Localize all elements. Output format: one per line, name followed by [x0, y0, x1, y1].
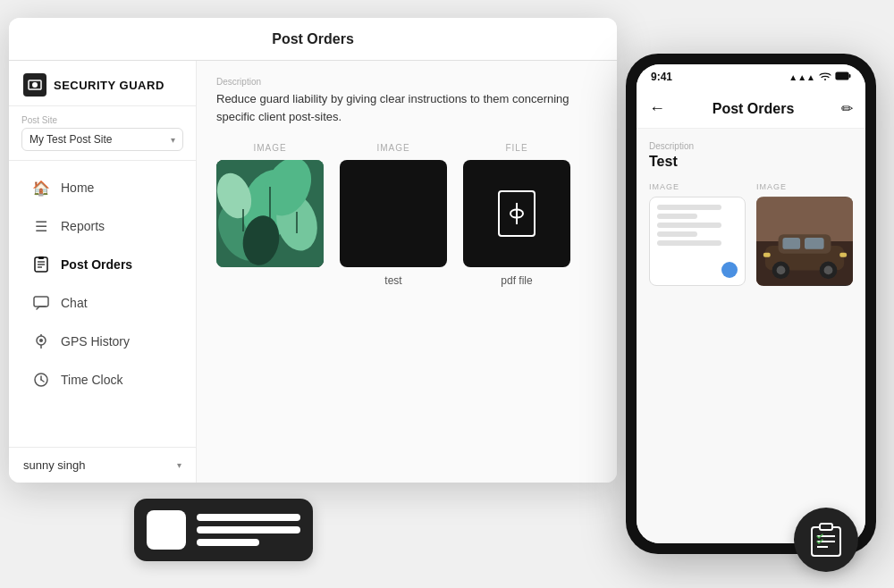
attachment-type-label-1: IMAGE	[253, 143, 286, 153]
user-name: sunny singh	[23, 458, 85, 472]
sidebar-item-post-orders[interactable]: Post Orders	[16, 246, 189, 283]
status-time: 9:41	[651, 71, 672, 83]
reports-icon: ☰	[32, 217, 50, 235]
leaves-image	[216, 160, 324, 267]
mobile-thumb-car[interactable]	[756, 197, 853, 286]
sidebar-item-home-label: Home	[61, 181, 94, 195]
wifi-icon	[819, 71, 831, 82]
doc-line-3	[657, 223, 721, 228]
sidebar-nav: 🏠 Home ☰ Reports	[9, 161, 196, 447]
sidebar-item-reports[interactable]: ☰ Reports	[16, 207, 189, 245]
attachment-name-2: test	[384, 274, 401, 287]
attachment-item-1: IMAGE	[216, 143, 324, 287]
mobile-attachment-2: IMAGE	[756, 182, 853, 286]
attachment-item-2: IMAGE test	[340, 143, 447, 287]
svg-rect-7	[34, 297, 48, 307]
attachment-thumb-2[interactable]	[340, 160, 447, 267]
desktop-app-window: Post Orders SECURITY GUARD Post Site My …	[9, 18, 617, 483]
svg-point-27	[824, 79, 826, 80]
signal-icon: ▲▲▲	[789, 72, 815, 82]
description-label: Description	[216, 77, 597, 87]
attachment-type-label-3: FILE	[505, 143, 527, 153]
clipboard-icon-circle	[794, 508, 858, 572]
chat-icon	[32, 294, 50, 312]
post-orders-icon	[32, 256, 50, 273]
file-icon	[463, 160, 570, 267]
logo-icon	[23, 73, 46, 97]
sidebar-item-time-clock[interactable]: Time Clock	[16, 361, 189, 399]
post-site-value: My Test Post Site	[30, 133, 112, 146]
mobile-body: Description Test IMAGE	[637, 129, 865, 543]
card-lines	[197, 514, 300, 546]
mobile-screen: 9:41 ▲▲▲ ←	[637, 64, 865, 543]
mobile-attachment-1: IMAGE	[649, 182, 746, 286]
sidebar-logo: SECURITY GUARD	[9, 61, 196, 106]
black-image	[340, 160, 447, 267]
sidebar-item-home[interactable]: 🏠 Home	[16, 169, 189, 206]
sidebar: SECURITY GUARD Post Site My Test Post Si…	[9, 61, 197, 483]
logo-text: SECURITY GUARD	[54, 79, 164, 92]
svg-point-39	[824, 265, 833, 274]
card-line-full-2	[197, 526, 300, 533]
attachments-grid: IMAGE	[216, 143, 597, 287]
window-title: Post Orders	[272, 31, 354, 47]
sidebar-item-gps-history[interactable]: GPS History	[16, 323, 189, 360]
doc-line-5	[657, 240, 721, 246]
attachment-thumb-1[interactable]	[216, 160, 324, 267]
svg-rect-35	[805, 238, 824, 249]
battery-icon	[835, 71, 851, 82]
svg-point-9	[39, 339, 43, 342]
attachment-item-3: FILE pdf file	[463, 143, 570, 287]
window-titlebar: Post Orders	[9, 18, 617, 61]
window-body: SECURITY GUARD Post Site My Test Post Si…	[9, 61, 617, 483]
doc-line-2	[657, 214, 697, 219]
post-site-selector: Post Site My Test Post Site ▾	[9, 106, 196, 161]
doc-line-1	[657, 205, 721, 210]
attachment-thumb-3[interactable]	[463, 160, 570, 267]
svg-rect-28	[836, 72, 848, 80]
svg-point-1	[32, 82, 38, 88]
post-site-label: Post Site	[21, 115, 183, 125]
mobile-att-label-2: IMAGE	[756, 182, 853, 191]
sidebar-item-time-clock-label: Time Clock	[61, 373, 123, 387]
attachment-type-label-2: IMAGE	[376, 143, 409, 153]
card-icon-box	[147, 510, 186, 550]
sidebar-user[interactable]: sunny singh ▾	[9, 447, 196, 483]
doc-line-4	[657, 231, 697, 237]
chevron-down-icon: ▾	[171, 135, 175, 145]
blue-dot	[721, 262, 738, 278]
svg-line-14	[41, 380, 44, 382]
mobile-device: 9:41 ▲▲▲ ←	[626, 54, 876, 554]
sidebar-item-post-orders-label: Post Orders	[61, 257, 132, 272]
sidebar-item-chat[interactable]: Chat	[16, 284, 189, 322]
svg-rect-41	[839, 253, 847, 257]
sidebar-item-gps-history-label: GPS History	[61, 334, 130, 349]
edit-button[interactable]: ✏	[841, 100, 853, 117]
mobile-thumb-doc[interactable]	[649, 197, 746, 286]
sidebar-item-reports-label: Reports	[61, 219, 105, 233]
status-icons: ▲▲▲	[789, 71, 851, 82]
bottom-card	[134, 499, 313, 561]
mobile-description-value: Test	[649, 154, 853, 170]
description-text: Reduce guard liability by giving clear i…	[216, 90, 597, 125]
svg-rect-34	[782, 238, 800, 249]
svg-point-37	[777, 265, 786, 274]
sidebar-item-chat-label: Chat	[61, 296, 88, 310]
main-content: Description Reduce guard liability by gi…	[197, 61, 617, 483]
back-button[interactable]: ←	[649, 99, 665, 118]
gps-history-icon	[32, 332, 50, 350]
card-line-half	[197, 539, 259, 546]
post-site-dropdown[interactable]: My Test Post Site ▾	[21, 128, 183, 151]
mobile-description-label: Description	[649, 141, 853, 151]
svg-rect-29	[849, 74, 851, 78]
mobile-attachments: IMAGE IMAGE	[649, 182, 853, 286]
svg-rect-43	[820, 524, 832, 530]
mobile-header: ← Post Orders ✏	[637, 89, 865, 129]
mobile-status-bar: 9:41 ▲▲▲	[637, 64, 865, 89]
svg-rect-40	[763, 253, 771, 257]
mobile-header-title: Post Orders	[713, 101, 795, 117]
attachment-name-3: pdf file	[501, 274, 532, 287]
card-line-full	[197, 514, 300, 521]
svg-rect-6	[38, 256, 44, 259]
time-clock-icon	[32, 371, 50, 389]
